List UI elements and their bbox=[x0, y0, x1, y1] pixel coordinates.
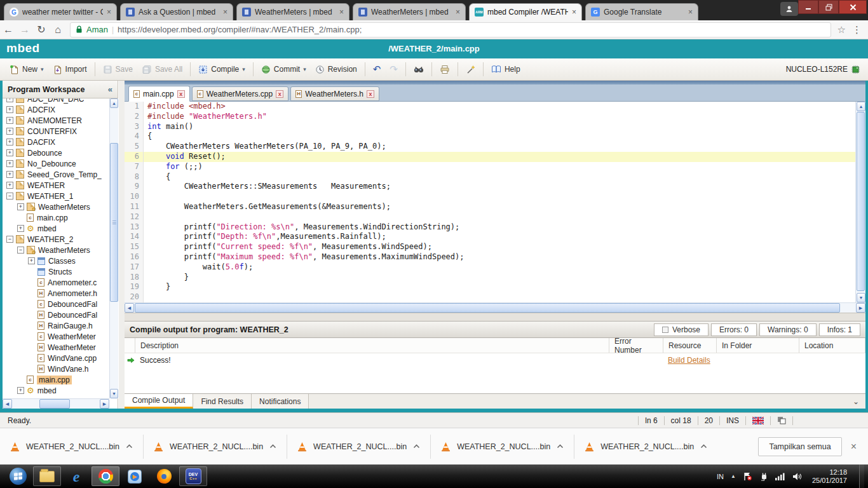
download-menu-chevron-icon[interactable] bbox=[126, 444, 133, 449]
help-button[interactable]: Help bbox=[487, 62, 525, 76]
minimize-button[interactable] bbox=[798, 0, 818, 14]
tree-item-weather-1[interactable]: −WEATHER_1 bbox=[3, 191, 109, 201]
tree-item-weathermeters[interactable]: −⚙WeatherMeters bbox=[3, 245, 109, 255]
column-header-resource[interactable]: Resource bbox=[663, 338, 717, 353]
compile-button[interactable]: Compile▾ bbox=[194, 62, 250, 77]
download-menu-chevron-icon[interactable] bbox=[413, 444, 420, 449]
panel-splitter[interactable] bbox=[125, 313, 865, 322]
redo-button[interactable]: ↷ bbox=[385, 62, 402, 77]
download-menu-chevron-icon[interactable] bbox=[700, 444, 707, 449]
expand-icon[interactable]: + bbox=[6, 171, 13, 178]
tree-item-anemometer-h[interactable]: HAnemometer.h bbox=[3, 288, 109, 299]
action-center-flag-icon[interactable] bbox=[743, 472, 752, 481]
tree-item-main-cpp[interactable]: cmain.cpp bbox=[3, 374, 109, 385]
hidden-icons-arrow[interactable]: ▲ bbox=[731, 473, 736, 479]
expand-icon[interactable]: + bbox=[6, 106, 13, 113]
firefox-taskbar-icon[interactable] bbox=[150, 466, 178, 486]
scroll-left-icon[interactable]: ◀ bbox=[125, 303, 134, 313]
editor-tab-main-cpp[interactable]: cmain.cppx bbox=[128, 86, 190, 102]
tree-item-weather[interactable]: +WEATHER bbox=[3, 180, 109, 191]
browser-tab-0[interactable]: Gweather meter twitter - G× bbox=[4, 3, 117, 20]
sidebar-splitter[interactable] bbox=[119, 81, 125, 409]
column-header-error-number[interactable]: Error Number bbox=[609, 338, 663, 353]
expand-icon[interactable]: + bbox=[6, 117, 13, 124]
wmp-taskbar-icon[interactable]: ▶ bbox=[121, 466, 149, 486]
tree-vertical-scrollbar[interactable]: ▲ ☰ ▼ bbox=[109, 98, 118, 398]
new-button[interactable]: New▾ bbox=[5, 62, 48, 77]
editor-vertical-scrollbar[interactable]: ▲ ▼ bbox=[855, 102, 865, 302]
import-button[interactable]: Import bbox=[48, 62, 92, 77]
scroll-right-icon[interactable]: ▶ bbox=[856, 303, 865, 313]
tab-close-icon[interactable]: × bbox=[223, 8, 227, 17]
power-plug-icon[interactable] bbox=[759, 472, 768, 481]
download-item-3[interactable]: WEATHER_2_NUCL....bin bbox=[441, 442, 564, 452]
panel-collapse-icon[interactable]: ⌄ bbox=[846, 394, 865, 409]
panel-tab-find-results[interactable]: Find Results bbox=[193, 394, 252, 409]
reload-button[interactable]: ↻ bbox=[33, 24, 50, 36]
tab-close-icon[interactable]: × bbox=[456, 8, 460, 17]
expand-icon[interactable]: + bbox=[28, 257, 35, 264]
collapse-icon[interactable]: − bbox=[17, 247, 24, 254]
expand-icon[interactable]: + bbox=[6, 149, 13, 156]
url-field[interactable]: Aman | https://developer.mbed.org/compil… bbox=[70, 22, 831, 37]
chrome-taskbar-icon[interactable] bbox=[92, 466, 119, 486]
start-button[interactable] bbox=[4, 466, 32, 486]
expand-icon[interactable]: + bbox=[17, 203, 24, 210]
save-all-button[interactable]: Save All bbox=[137, 62, 187, 77]
browser-menu-icon[interactable]: ⋮ bbox=[852, 24, 862, 36]
editor-horizontal-scrollbar[interactable]: ◀ ▶ bbox=[125, 302, 865, 313]
tree-item-adc-dan-dac[interactable]: +ADC_DAN_DAC bbox=[3, 98, 109, 104]
expand-icon[interactable]: + bbox=[17, 387, 24, 394]
wand-button[interactable] bbox=[461, 62, 480, 77]
collapse-sidebar-button[interactable]: « bbox=[108, 85, 112, 94]
tree-item-windvane-h[interactable]: HWindVane.h bbox=[3, 363, 109, 374]
scroll-left-icon[interactable]: ◀ bbox=[3, 399, 12, 409]
code-editor[interactable]: 1#include <mbed.h>2#include "WeatherMete… bbox=[125, 102, 855, 302]
scroll-up-icon[interactable]: ▲ bbox=[857, 102, 865, 111]
tree-horizontal-scrollbar[interactable]: ◀ ▶ bbox=[3, 398, 109, 409]
verbose-checkbox[interactable] bbox=[662, 327, 668, 333]
column-header-in-folder[interactable]: In Folder bbox=[717, 338, 799, 353]
language-indicator[interactable]: IN bbox=[717, 473, 724, 480]
tab-close-icon[interactable]: x bbox=[367, 90, 374, 98]
back-button[interactable]: ← bbox=[0, 24, 17, 36]
errors-filter-button[interactable]: Errors: 0 bbox=[711, 323, 757, 336]
ie-taskbar-icon[interactable]: e bbox=[62, 466, 90, 486]
show-desktop-button[interactable] bbox=[859, 464, 864, 488]
editor-tab-weathermeters-cpp[interactable]: cWeatherMeters.cppx bbox=[192, 86, 289, 101]
find-button[interactable] bbox=[409, 63, 428, 76]
infos-filter-button[interactable]: Infos: 1 bbox=[819, 323, 860, 336]
tree-item-raingauge-h[interactable]: HRainGauge.h bbox=[3, 320, 109, 331]
browser-tab-3[interactable]: WeatherMeters | mbed× bbox=[353, 3, 466, 20]
tree-hscroll-thumb[interactable] bbox=[39, 399, 70, 409]
tree-item-mbed[interactable]: +⚙mbed bbox=[3, 223, 109, 234]
table-row[interactable]: Success! Build Details bbox=[125, 353, 865, 367]
editor-hscroll-thumb[interactable] bbox=[135, 303, 840, 313]
tree-item-seeed-grove-temp-[interactable]: +Seeed_Grove_Temp_ bbox=[3, 169, 109, 180]
close-button[interactable] bbox=[839, 0, 867, 14]
tree-item-no-debounce[interactable]: +No_Debounce bbox=[3, 158, 109, 169]
forward-button[interactable]: → bbox=[17, 24, 33, 36]
tree-item-classes[interactable]: +Classes bbox=[3, 255, 109, 266]
editor-tab-weathermeters-h[interactable]: HWeatherMeters.hx bbox=[290, 86, 379, 101]
editor-vscroll-thumb[interactable] bbox=[857, 112, 865, 291]
download-menu-chevron-icon[interactable] bbox=[557, 444, 564, 449]
bookmark-star-icon[interactable]: ☆ bbox=[837, 24, 846, 36]
save-button[interactable]: Save bbox=[98, 62, 137, 77]
tree-scroll-thumb[interactable]: ☰ bbox=[110, 143, 118, 302]
tree-item-weather-2[interactable]: −WEATHER_2 bbox=[3, 234, 109, 245]
build-details-link[interactable]: Build Details bbox=[668, 356, 710, 365]
download-item-0[interactable]: WEATHER_2_NUCL....bin bbox=[10, 442, 133, 452]
network-signal-icon[interactable] bbox=[775, 472, 785, 480]
download-item-1[interactable]: WEATHER_2_NUCL....bin bbox=[154, 442, 276, 452]
layout-icon[interactable] bbox=[777, 416, 786, 424]
expand-icon[interactable]: + bbox=[6, 182, 13, 189]
column-header-description[interactable]: Description bbox=[135, 338, 609, 353]
board-selector[interactable]: NUCLEO-L152RE bbox=[786, 65, 863, 74]
panel-tab-compile-output[interactable]: Compile Output bbox=[125, 394, 193, 409]
tree-item-weathermeter[interactable]: HWeatherMeter bbox=[3, 342, 109, 353]
taskbar-clock[interactable]: 12:18 25/01/2017 bbox=[812, 468, 847, 485]
profile-button[interactable] bbox=[780, 2, 798, 16]
scroll-up-icon[interactable]: ▲ bbox=[110, 98, 118, 108]
scroll-down-icon[interactable]: ▼ bbox=[110, 389, 118, 398]
